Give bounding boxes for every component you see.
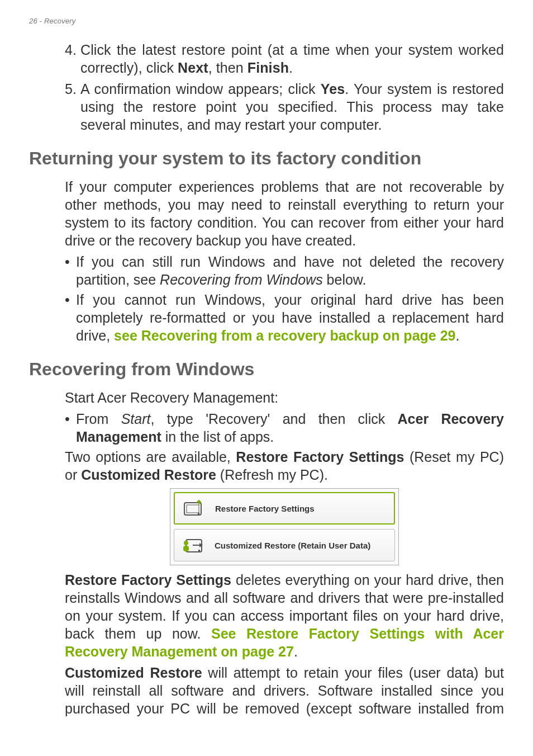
- customized-restore-button[interactable]: Customized Restore (Retain User Data): [174, 529, 395, 561]
- step-number: 4.: [65, 41, 80, 77]
- heading-recovering-windows: Recovering from Windows: [29, 359, 504, 380]
- customized-restore-label: Customized Restore (Retain User Data): [215, 541, 370, 550]
- customized-restore-icon: [182, 535, 204, 555]
- step-text: A confirmation window appears; click Yes…: [80, 80, 504, 134]
- svg-rect-4: [198, 550, 200, 551]
- step-number: 5.: [65, 80, 80, 134]
- content-area: 4. Click the latest restore point (at a …: [29, 41, 504, 717]
- bullet-list-options: If you can still run Windows and have no…: [65, 253, 504, 344]
- bullet-windows-cannot-run: If you cannot run Windows, your original…: [65, 291, 504, 344]
- svg-rect-8: [183, 546, 189, 551]
- figure-recovery-options: Restore Factory Settings Customized Rest…: [170, 488, 399, 565]
- step-5: 5. A confirmation window appears; click …: [65, 80, 504, 134]
- bullet-windows-still-runs: If you can still run Windows and have no…: [65, 253, 504, 289]
- restore-factory-icon: [183, 498, 205, 518]
- numbered-list-steps: 4. Click the latest restore point (at a …: [65, 41, 504, 134]
- svg-point-7: [184, 541, 188, 545]
- paragraph-intro-factory: If your computer experiences problems th…: [65, 178, 504, 249]
- paragraph-customized-restore-desc: Customized Restore will attempt to retai…: [65, 664, 504, 717]
- page: 26 - Recovery 4. Click the latest restor…: [0, 0, 533, 756]
- page-header: 26 - Recovery: [29, 17, 504, 25]
- paragraph-two-options: Two options are available, Restore Facto…: [65, 448, 504, 484]
- svg-rect-2: [198, 513, 199, 514]
- header-page-num: 26: [29, 17, 37, 25]
- restore-factory-settings-button[interactable]: Restore Factory Settings: [174, 492, 395, 525]
- bullet-from-start: From Start, type 'Recovery' and then cli…: [65, 410, 504, 446]
- paragraph-restore-factory-desc: Restore Factory Settings deletes everyth…: [65, 571, 504, 660]
- paragraph-start-arm: Start Acer Recovery Management:: [65, 389, 504, 407]
- restore-factory-label: Restore Factory Settings: [215, 504, 315, 513]
- header-section: Recovery: [44, 17, 76, 25]
- heading-returning-system: Returning your system to its factory con…: [29, 148, 504, 169]
- link-recovery-backup[interactable]: see Recovering from a recovery backup on…: [114, 328, 455, 343]
- svg-rect-1: [187, 505, 199, 513]
- step-text: Click the latest restore point (at a tim…: [80, 41, 504, 77]
- step-4: 4. Click the latest restore point (at a …: [65, 41, 504, 77]
